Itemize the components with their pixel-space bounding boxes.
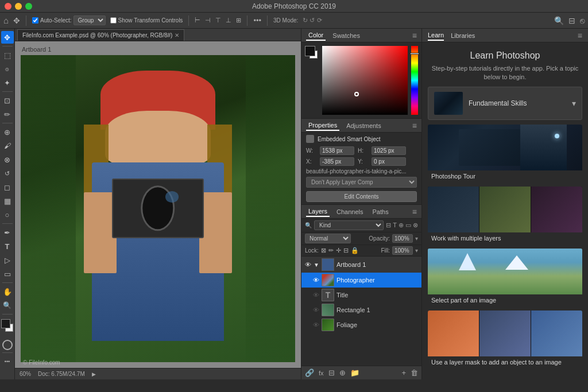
search-btn[interactable]: 🔍 xyxy=(554,16,564,25)
filter-pixel-icon[interactable]: ⊟ xyxy=(386,222,391,229)
hue-bar[interactable] xyxy=(411,46,418,115)
tab-paths[interactable]: Paths xyxy=(370,207,391,216)
move-tool[interactable]: ✥ xyxy=(1,31,14,44)
layer-vis-rect[interactable]: 👁 xyxy=(313,306,319,313)
lock-all-icon[interactable]: 🔒 xyxy=(351,247,359,254)
align-center-icon[interactable]: ⊣ xyxy=(205,17,211,24)
tutorial-layer-mask[interactable]: Use a layer mask to add an object to an … xyxy=(428,311,582,369)
link-layers-btn[interactable]: 🔗 xyxy=(305,368,314,377)
canvas-area[interactable]: Artboard 1 xyxy=(15,41,301,379)
y-input[interactable] xyxy=(372,157,406,166)
panel-menu-icon[interactable]: ≡ xyxy=(412,31,417,40)
color-gradient[interactable] xyxy=(322,46,408,115)
filter-smart-icon[interactable]: ⊗ xyxy=(413,222,418,229)
lock-artboard-icon[interactable]: ⊟ xyxy=(343,247,349,254)
tutorial-multiple-layers[interactable]: Work with multiple layers xyxy=(428,187,582,245)
transform-check[interactable]: Show Transform Controls xyxy=(110,17,183,24)
tab-adjustments[interactable]: Adjustments xyxy=(344,121,384,130)
brush-tool[interactable]: 🖌 xyxy=(1,139,14,152)
eraser-tool[interactable]: ◻ xyxy=(1,181,14,193)
fundamental-skills-header[interactable]: Fundamental Skills ▾ xyxy=(428,87,582,120)
layer-item-title[interactable]: 👁 T Title xyxy=(301,288,421,302)
learn-menu-icon[interactable]: ≡ xyxy=(578,31,582,40)
maximize-button[interactable] xyxy=(25,3,32,10)
new-group-btn[interactable]: 📁 xyxy=(350,368,359,377)
auto-select-checkbox[interactable] xyxy=(32,17,38,24)
filter-shape-icon[interactable]: ▭ xyxy=(405,222,411,229)
auto-select-dropdown[interactable]: Group Layer xyxy=(74,15,106,25)
filter-type-icon[interactable]: T xyxy=(393,222,397,229)
tutorial-photoshop-tour[interactable]: Photoshop Tour xyxy=(428,125,582,183)
fg-color-swatch[interactable] xyxy=(1,319,10,328)
tab-close[interactable]: ✕ xyxy=(175,32,179,38)
delete-layer-btn[interactable]: 🗑 xyxy=(411,368,418,377)
layer-comp-select[interactable]: Don't Apply Layer Comp xyxy=(306,177,417,188)
layer-item-photographer[interactable]: 👁 Photographer xyxy=(301,273,421,288)
layer-vis-foliage[interactable]: 👁 xyxy=(313,321,319,328)
gradient-tool[interactable]: ▦ xyxy=(1,195,14,207)
kind-select[interactable]: Kind xyxy=(314,220,384,230)
adjustment-btn[interactable]: ⊕ xyxy=(339,368,346,377)
canvas-content[interactable] xyxy=(21,55,295,362)
history-brush-tool[interactable]: ↺ xyxy=(1,167,14,180)
minimize-button[interactable] xyxy=(15,3,22,10)
layout-btn[interactable]: ⊟ xyxy=(568,16,575,25)
tab-layers[interactable]: Layers xyxy=(306,207,330,217)
fg-swatch[interactable] xyxy=(305,46,315,56)
distribute-icon[interactable]: ⊞ xyxy=(236,17,241,24)
tab-properties[interactable]: Properties xyxy=(306,121,339,131)
auto-select-check[interactable]: Auto-Select: Group Layer xyxy=(32,15,105,25)
tab-color[interactable]: Color xyxy=(306,30,326,41)
close-button[interactable] xyxy=(5,3,11,10)
crop-tool[interactable]: ⊡ xyxy=(1,94,14,107)
eyedropper-tool[interactable]: ✏ xyxy=(1,108,14,121)
new-layer-btn[interactable]: + xyxy=(401,368,406,377)
edit-contents-btn[interactable]: Edit Contents xyxy=(306,191,417,202)
layer-mask-btn[interactable]: ⊟ xyxy=(328,368,335,377)
layer-vis-title[interactable]: 👁 xyxy=(313,292,319,298)
layer-item-foliage[interactable]: 👁 Foliage xyxy=(301,317,421,332)
share-btn[interactable]: ⎋ xyxy=(580,16,585,25)
pen-tool[interactable]: ✒ xyxy=(1,226,14,239)
h-input[interactable] xyxy=(372,146,406,155)
w-input[interactable] xyxy=(320,146,354,155)
home-icon[interactable]: ⌂ xyxy=(3,15,9,25)
align-left-icon[interactable]: ⊢ xyxy=(195,17,200,24)
transform-checkbox[interactable] xyxy=(110,17,117,24)
fill-input[interactable] xyxy=(392,246,413,255)
tab-swatches[interactable]: Swatches xyxy=(330,31,362,40)
layer-item-rectangle1[interactable]: 👁 Rectangle 1 xyxy=(301,302,421,317)
file-tab[interactable]: FileInfo.com Example.psd @ 60% (Photogra… xyxy=(17,29,184,41)
quick-select-tool[interactable]: ✦ xyxy=(1,76,14,89)
tab-libraries[interactable]: Libraries xyxy=(451,31,475,40)
filter-adj-icon[interactable]: ⊕ xyxy=(399,222,404,229)
properties-menu-icon[interactable]: ≡ xyxy=(412,121,417,130)
lasso-tool[interactable]: ⌾ xyxy=(1,63,14,75)
tab-learn[interactable]: Learn xyxy=(428,30,444,41)
blend-mode-select[interactable]: Normal Multiply Screen xyxy=(305,234,351,243)
more-options-icon[interactable]: ••• xyxy=(253,16,261,25)
clone-tool[interactable]: ⊗ xyxy=(1,153,14,166)
opacity-input[interactable] xyxy=(392,234,413,243)
tutorial-select-part[interactable]: Select part of an image xyxy=(428,249,582,307)
tab-channels[interactable]: Channels xyxy=(334,207,365,216)
align-top-icon[interactable]: ⊥ xyxy=(226,17,231,24)
layers-menu-icon[interactable]: ≡ xyxy=(412,207,417,216)
spot-heal-tool[interactable]: ⊕ xyxy=(1,126,14,138)
x-input[interactable] xyxy=(320,157,354,166)
quick-mask-btn[interactable] xyxy=(2,340,13,350)
zoom-tool[interactable]: 🔍 xyxy=(1,299,14,312)
layer-vis-photographer[interactable]: 👁 xyxy=(313,277,319,284)
shape-tool[interactable]: ▭ xyxy=(1,267,14,280)
lock-pixels-icon[interactable]: ✏ xyxy=(328,247,334,254)
layer-vis-icon[interactable]: 👁 xyxy=(305,261,311,268)
path-select-tool[interactable]: ▷ xyxy=(1,254,14,266)
align-right-icon[interactable]: ⊤ xyxy=(215,17,221,24)
type-tool[interactable]: T xyxy=(1,240,14,253)
lock-position-icon[interactable]: ✛ xyxy=(336,247,341,254)
lock-transparent-icon[interactable]: ⊠ xyxy=(321,247,326,254)
status-arrow[interactable]: ▶ xyxy=(92,371,96,377)
hand-tool[interactable]: ✋ xyxy=(1,285,14,298)
expand-icon[interactable]: ▼ xyxy=(314,262,319,268)
more-tools-btn[interactable]: ••• xyxy=(1,355,14,368)
